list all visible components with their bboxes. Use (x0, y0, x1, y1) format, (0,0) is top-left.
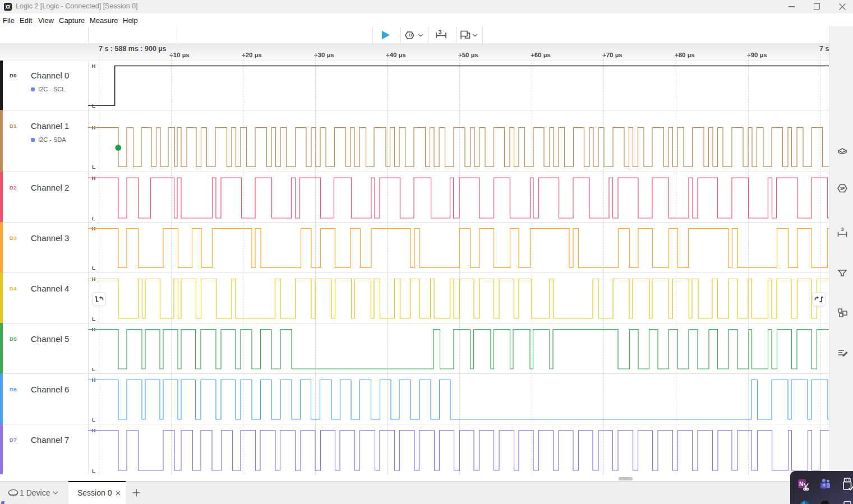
svg-text:T: T (823, 483, 826, 488)
svg-text:3: 3 (439, 29, 442, 35)
svg-text:1F: 1F (840, 186, 845, 191)
svg-text:3: 3 (841, 226, 844, 232)
svg-text:1F: 1F (409, 33, 413, 37)
svg-text:N: N (799, 480, 804, 487)
